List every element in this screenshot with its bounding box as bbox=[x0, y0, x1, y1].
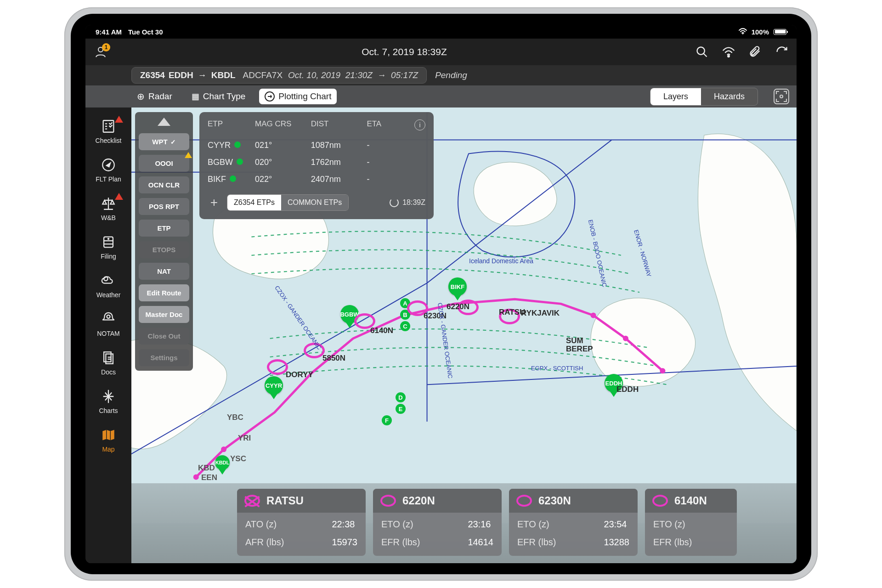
ios-status-bar: 9:41 AM Tue Oct 30 100% bbox=[85, 25, 797, 39]
main-area: Checklist FLT Plan W&B Filing Weather bbox=[85, 107, 797, 563]
search-icon[interactable] bbox=[695, 45, 708, 58]
tool-masterdoc[interactable]: Master Doc bbox=[139, 306, 189, 323]
card-label: EFR (lbs) bbox=[517, 537, 604, 548]
etp-row[interactable]: BIKF 022° 2407nm - bbox=[208, 171, 425, 188]
warning-icon bbox=[185, 152, 192, 158]
card-label: ETO (z) bbox=[653, 519, 729, 530]
svg-point-20 bbox=[623, 336, 628, 341]
pin-cyyr[interactable]: CYYR bbox=[265, 376, 283, 395]
card-label: EFR (lbs) bbox=[381, 537, 468, 548]
tool-ocnclr[interactable]: OCN CLR bbox=[139, 176, 189, 193]
app-toolbar: 1 Oct. 7, 2019 18:39Z bbox=[85, 39, 797, 65]
etp-seg-common[interactable]: COMMON ETPs bbox=[281, 195, 348, 210]
nav-label: Checklist bbox=[96, 137, 122, 144]
svg-line-3 bbox=[704, 54, 707, 57]
warning-icon bbox=[115, 116, 123, 123]
card-value: 22:38 bbox=[332, 519, 357, 530]
card-value: 23:54 bbox=[604, 519, 629, 530]
waypoint-icon bbox=[652, 495, 668, 507]
etp-seg-flight[interactable]: Z6354 ETPs bbox=[227, 195, 281, 210]
tool-editroute[interactable]: Edit Route bbox=[139, 284, 189, 301]
etp-row[interactable]: BGBW 020° 1762nm - bbox=[208, 154, 425, 171]
wifi-icon bbox=[739, 28, 747, 36]
tool-closeout: Close Out bbox=[139, 328, 189, 345]
wp-label-ybc: YBC bbox=[227, 413, 243, 422]
waypoint-name: 6230N bbox=[538, 494, 571, 507]
tool-posrpt[interactable]: POS RPT bbox=[139, 198, 189, 215]
layers-hazards-segment: Layers Hazards bbox=[650, 88, 758, 106]
battery-icon bbox=[774, 29, 786, 35]
etp-col-crs: MAG CRS bbox=[255, 119, 311, 130]
nav-weather[interactable]: Weather bbox=[85, 266, 131, 305]
status-dot-icon bbox=[230, 175, 236, 182]
waypoint-icon bbox=[516, 495, 532, 507]
scales-icon bbox=[101, 196, 116, 211]
chart-type-label: Chart Type bbox=[203, 91, 246, 102]
map-tool-column: WPT OOOI OCN CLR POS RPT ETP ETOPS NAT E… bbox=[135, 112, 193, 371]
info-icon[interactable]: i bbox=[414, 119, 425, 130]
area-label-iceland: Iceland Domestic Area bbox=[469, 257, 533, 265]
notam-icon bbox=[101, 311, 116, 327]
wp-label-5850n: 5850N bbox=[322, 354, 345, 363]
etp-panel: ETP MAG CRS DIST ETA i CYYR 021° 1087nm … bbox=[199, 112, 434, 219]
collapse-up-icon[interactable] bbox=[158, 118, 170, 126]
tool-nat[interactable]: NAT bbox=[139, 263, 189, 280]
waypoint-card[interactable]: 6140N ETO (z) EFR (lbs) bbox=[645, 489, 737, 556]
nav-label: Charts bbox=[99, 407, 118, 414]
pin-kbdl[interactable]: KBDL bbox=[215, 455, 230, 470]
card-label: ATO (z) bbox=[245, 519, 332, 530]
etp-refresh[interactable]: 18:39Z bbox=[390, 198, 425, 207]
nav-checklist[interactable]: Checklist bbox=[85, 112, 131, 151]
card-value: 13288 bbox=[604, 537, 629, 548]
wp-label-yri: YRI bbox=[238, 434, 251, 443]
wp-label-kbd: KBD bbox=[198, 464, 215, 473]
attachment-icon[interactable] bbox=[749, 45, 762, 58]
nav-map[interactable]: Map bbox=[85, 421, 131, 459]
chart-type-button[interactable]: ▦ Chart Type bbox=[186, 89, 251, 104]
tool-wpt[interactable]: WPT bbox=[139, 133, 189, 150]
refresh-icon bbox=[390, 198, 399, 207]
waypoint-card[interactable]: 6230N ETO (z)23:54 EFR (lbs)13288 bbox=[509, 489, 638, 556]
nav-filing[interactable]: Filing bbox=[85, 228, 131, 266]
radar-button[interactable]: ⊕ Radar bbox=[131, 88, 178, 105]
etp-crs: 022° bbox=[255, 175, 311, 184]
etp-name: CYYR bbox=[208, 141, 231, 150]
card-label: EFR (lbs) bbox=[653, 537, 729, 548]
tool-etp[interactable]: ETP bbox=[139, 220, 189, 237]
map-canvas[interactable]: CYYR BGBW BIKF EDDH KBDL A B C D E F Ice… bbox=[131, 107, 797, 563]
plotting-chart-button[interactable]: Plotting Chart bbox=[259, 89, 337, 104]
nav-notam[interactable]: NOTAM bbox=[85, 305, 131, 344]
nav-label: Map bbox=[102, 446, 114, 453]
profile-button[interactable]: 1 bbox=[94, 45, 107, 59]
etp-row[interactable]: CYYR 021° 1087nm - bbox=[208, 137, 425, 154]
layers-tab[interactable]: Layers bbox=[650, 88, 701, 105]
nav-charts[interactable]: Charts bbox=[85, 382, 131, 421]
wifi-button-icon[interactable] bbox=[722, 45, 735, 58]
flight-info-pill[interactable]: Z6354 EDDH → KBDL ADCFA7X Oct. 10, 2019 … bbox=[131, 67, 427, 84]
hazards-tab[interactable]: Hazards bbox=[701, 88, 758, 105]
waypoint-name: RATSU bbox=[266, 494, 304, 507]
wp-label-rykjavik: RYKJAVIK bbox=[521, 309, 560, 318]
flight-aircraft: ADCFA7X bbox=[243, 70, 283, 80]
nav-docs[interactable]: Docs bbox=[85, 344, 131, 382]
svg-point-13 bbox=[107, 315, 110, 318]
tool-oooi[interactable]: OOOI bbox=[139, 155, 189, 172]
weather-icon bbox=[101, 273, 116, 288]
flight-status: Pending bbox=[435, 70, 467, 80]
refresh-icon[interactable] bbox=[775, 45, 788, 58]
waypoint-card[interactable]: 6220N ETO (z)23:16 EFR (lbs)14614 bbox=[373, 489, 502, 556]
svg-point-2 bbox=[697, 47, 705, 55]
nav-fltplan[interactable]: FLT Plan bbox=[85, 151, 131, 189]
filing-icon bbox=[101, 234, 116, 250]
nav-wb[interactable]: W&B bbox=[85, 189, 131, 228]
fullscreen-button[interactable] bbox=[774, 89, 789, 104]
flight-dep-time: 21:30Z bbox=[345, 70, 373, 80]
add-etp-button[interactable]: + bbox=[208, 195, 220, 210]
waypoint-card[interactable]: RATSU ATO (z)22:38 AFR (lbs)15973 bbox=[237, 489, 366, 556]
arrow-right-icon: → bbox=[198, 70, 207, 80]
pin-bikf[interactable]: BIKF bbox=[448, 277, 467, 296]
etp-crs: 021° bbox=[255, 141, 311, 150]
status-date: Tue Oct 30 bbox=[128, 28, 163, 36]
etp-eta: - bbox=[367, 175, 410, 184]
waypoint-cards-strip[interactable]: RATSU ATO (z)22:38 AFR (lbs)15973 6220N … bbox=[131, 483, 797, 563]
